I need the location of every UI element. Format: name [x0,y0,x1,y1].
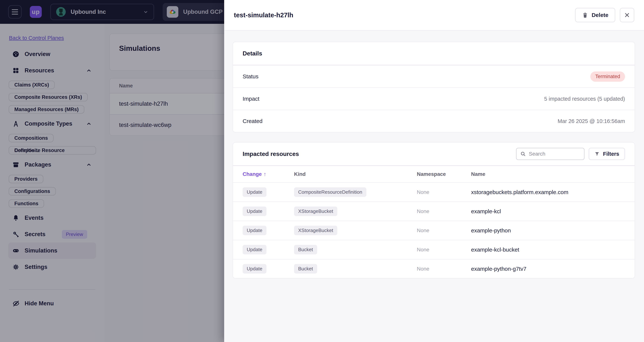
change-badge: Update [242,187,266,197]
kind-badge: XStorageBucket [294,226,337,235]
name-cell: example-python [471,227,625,234]
change-badge: Update [242,206,266,216]
kind-badge: Bucket [294,264,317,274]
details-heading: Details [242,50,262,57]
delete-button[interactable]: Delete [575,8,615,22]
drawer-title: test-simulate-h27lh [234,11,293,19]
details-card: Details StatusTerminatedImpact5 impacted… [232,42,635,133]
search-input-box[interactable] [516,148,584,160]
kind-badge: XStorageBucket [294,206,337,216]
trash-icon [582,12,588,18]
namespace-cell: None [417,228,471,233]
detail-row-impact: Impact5 impacted resources (5 updated) [233,88,635,110]
close-drawer-button[interactable] [620,8,634,22]
name-cell: example-kcl-bucket [471,247,625,253]
change-badge: Update [242,245,266,254]
detail-label: Impact [242,96,260,102]
detail-label: Status [242,73,258,80]
detail-value: Mar 26 2025 @ 10:16:56am [558,118,625,124]
filters-button[interactable]: Filters [589,148,625,160]
namespace-cell: None [417,247,471,253]
impacted-resource-row[interactable]: UpdateBucketNoneexample-kcl-bucket [233,240,635,259]
impacted-resource-row[interactable]: UpdateXStorageBucketNoneexample-python [233,221,635,240]
simulation-detail-drawer: test-simulate-h27lh Delete [224,0,644,342]
drawer-header: test-simulate-h27lh Delete [224,0,644,30]
name-cell: xstoragebuckets.platform.example.com [471,189,625,195]
impacted-resource-row[interactable]: UpdateBucketNoneexample-python-g7tv7 [233,259,635,278]
status-badge: Terminated [590,71,625,82]
kind-badge: CompositeResourceDefinition [294,187,366,197]
detail-row-status: StatusTerminated [233,65,635,88]
app-root: up Upbound Inc [0,0,644,342]
name-cell: example-kcl [471,208,625,214]
impacted-resource-row[interactable]: UpdateXStorageBucketNoneexample-kcl [233,202,635,221]
name-cell: example-python-g7tv7 [471,266,625,272]
column-header-change[interactable]: Change↑ [242,171,294,177]
change-badge: Update [242,226,266,235]
impacted-table-header: Change↑ Kind Namespace Name [233,166,635,183]
impacted-resources-heading: Impacted resources [242,151,299,158]
column-header-name[interactable]: Name [471,171,625,177]
column-header-namespace[interactable]: Namespace [417,171,471,177]
change-badge: Update [242,264,266,274]
delete-button-label: Delete [592,12,608,18]
impacted-resource-row[interactable]: UpdateCompositeResourceDefinitionNonexst… [233,183,635,202]
namespace-cell: None [417,189,471,195]
detail-value: 5 impacted resources (5 updated) [544,96,625,102]
namespace-cell: None [417,208,471,214]
filter-funnel-icon [594,151,600,157]
modal-dim-overlay[interactable] [0,0,224,342]
kind-badge: Bucket [294,245,317,254]
namespace-cell: None [417,266,471,272]
search-input[interactable] [528,151,580,157]
detail-label: Created [242,118,262,124]
detail-row-created: CreatedMar 26 2025 @ 10:16:56am [233,110,635,132]
search-icon [520,151,526,157]
column-header-kind[interactable]: Kind [294,171,417,177]
impacted-resources-card: Impacted resources Filters [232,142,635,279]
close-icon [624,12,630,18]
filters-button-label: Filters [603,151,619,157]
sort-asc-icon: ↑ [264,171,266,177]
